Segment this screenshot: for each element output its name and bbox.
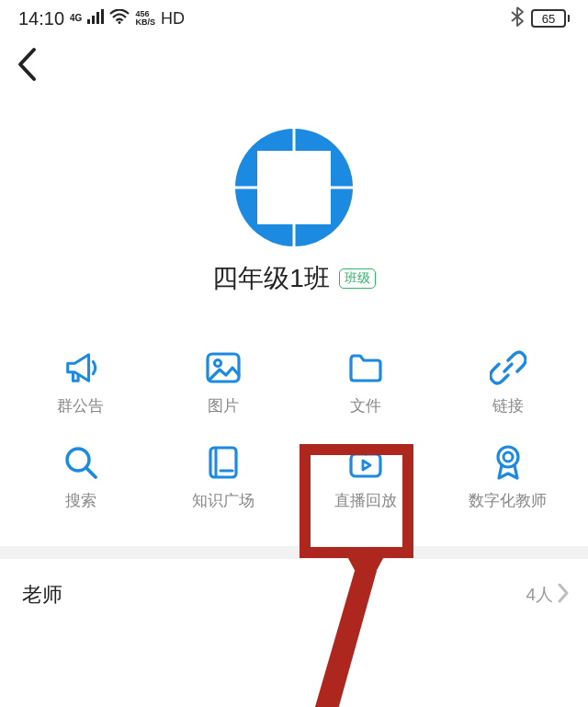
feature-label: 搜索 — [65, 490, 96, 511]
svg-rect-1 — [92, 16, 95, 24]
group-profile: 四年级1班 班级 — [0, 92, 588, 349]
feature-label: 直播回放 — [334, 490, 397, 511]
svg-point-12 — [214, 360, 220, 367]
wifi-icon — [109, 9, 130, 29]
svg-point-20 — [503, 452, 513, 462]
chevron-right-icon — [557, 582, 570, 608]
hd-label: HD — [161, 9, 185, 29]
megaphone-icon — [62, 349, 99, 386]
feature-live-playback[interactable]: 直播回放 — [294, 444, 436, 511]
teacher-count: 4人 — [526, 583, 553, 607]
feature-grid: 群公告 图片 文件 链接 搜索 知识广场 直播回放 — [0, 349, 588, 511]
book-icon — [205, 444, 242, 481]
net-speed: 456 KB/S — [135, 10, 155, 27]
svg-rect-0 — [87, 19, 90, 24]
tv-play-icon — [347, 444, 384, 481]
teacher-row[interactable]: 老师 4人 — [0, 559, 588, 631]
bluetooth-icon — [511, 6, 524, 31]
status-bar: 14:10 4G 456 KB/S HD 65 — [0, 0, 588, 37]
svg-point-4 — [119, 21, 121, 24]
feature-knowledge[interactable]: 知识广场 — [152, 444, 294, 511]
svg-rect-6 — [257, 151, 331, 224]
row-label: 老师 — [22, 581, 62, 609]
feature-label: 文件 — [350, 395, 381, 416]
feature-label: 链接 — [492, 395, 524, 416]
feature-files[interactable]: 文件 — [294, 349, 436, 416]
battery-indicator: 65 — [531, 9, 570, 28]
search-icon — [62, 444, 99, 481]
back-button[interactable] — [17, 46, 39, 83]
feature-label: 数字化教师 — [469, 490, 547, 511]
group-title-row: 四年级1班 班级 — [212, 261, 376, 296]
feature-pictures[interactable]: 图片 — [152, 349, 294, 416]
feature-label: 知识广场 — [192, 490, 254, 511]
svg-rect-2 — [96, 12, 99, 24]
link-icon — [490, 349, 526, 386]
feature-label: 图片 — [208, 395, 239, 416]
group-name: 四年级1班 — [212, 261, 330, 296]
section-separator — [0, 546, 588, 559]
nav-bar — [0, 37, 588, 92]
feature-search[interactable]: 搜索 — [9, 444, 152, 511]
feature-label: 群公告 — [57, 395, 104, 416]
feature-links[interactable]: 链接 — [436, 349, 579, 416]
class-badge: 班级 — [339, 268, 376, 289]
signal-icon — [87, 9, 104, 29]
row-right: 4人 — [526, 582, 570, 608]
svg-rect-15 — [210, 448, 236, 477]
status-left: 14:10 4G 456 KB/S HD — [18, 8, 185, 29]
svg-point-19 — [498, 447, 518, 467]
feature-announce[interactable]: 群公告 — [9, 349, 152, 416]
svg-rect-3 — [101, 9, 104, 24]
group-avatar[interactable] — [233, 127, 355, 248]
feature-digital-teacher[interactable]: 数字化教师 — [436, 444, 579, 511]
folder-icon — [347, 349, 384, 386]
status-right: 65 — [511, 6, 570, 31]
image-icon — [205, 349, 242, 386]
net-mode-4g: 4G — [70, 14, 82, 23]
svg-rect-18 — [351, 454, 380, 476]
svg-line-14 — [86, 468, 96, 477]
clock: 14:10 — [18, 8, 64, 29]
award-icon — [490, 444, 526, 481]
